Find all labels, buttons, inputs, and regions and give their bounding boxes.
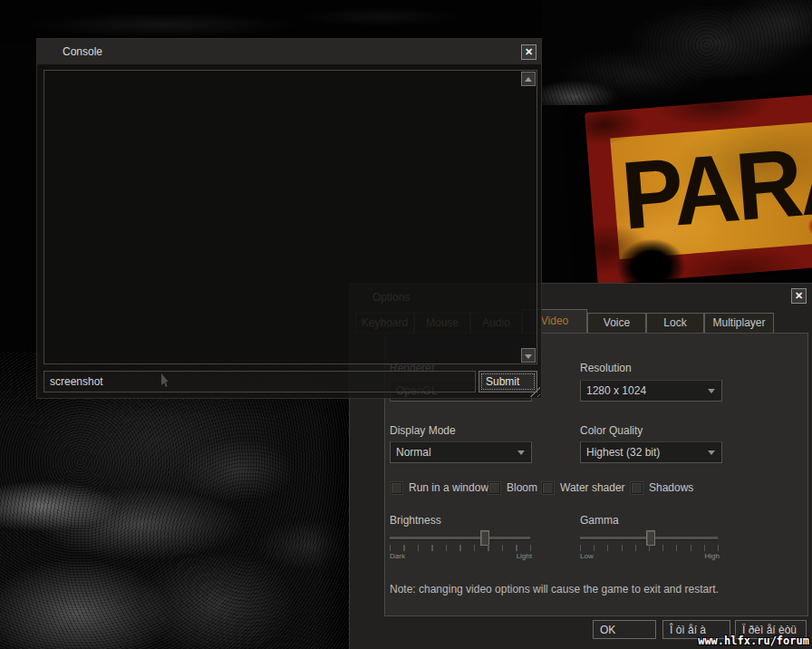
checkbox-box-icon [391,482,402,494]
checkbox-box-icon [488,482,500,494]
checkbox-box-icon [631,482,643,494]
console-output-area[interactable] [44,70,537,364]
resolution-value: 1280 x 1024 [586,384,646,397]
brightness-slider: Dark Light [390,537,530,539]
gamma-max-label: High [705,552,720,560]
paranoia-sign: PARA [585,94,812,285]
checkbox-box-icon [542,482,554,494]
background-texture [0,0,544,42]
video-restart-note: Note: changing video options will cause … [390,583,719,596]
console-command-input[interactable] [44,371,476,392]
display-mode-label: Display Mode [390,424,456,437]
display-mode-value: Normal [396,446,431,459]
brightness-min-label: Dark [390,552,405,560]
game-screen: PARA Options ✕ Keyboard Mouse Audio Vide… [0,0,812,649]
gamma-slider-handle[interactable] [646,530,655,546]
brightness-slider-track[interactable] [390,537,530,539]
console-title: Console [63,45,102,58]
scroll-up-button[interactable] [521,72,536,86]
color-quality-value: Highest (32 bit) [586,446,660,459]
close-icon: ✕ [525,46,533,57]
brightness-label: Brightness [390,514,441,527]
resolution-label: Resolution [580,362,632,374]
ok-button[interactable]: OK [593,620,656,639]
color-quality-dropdown[interactable]: Highest (32 bit) [580,441,722,463]
chevron-down-icon [708,389,715,393]
arrow-up-icon [525,77,532,82]
arrow-down-icon [525,354,532,359]
tab-lock[interactable]: Lock [646,313,704,333]
brightness-max-label: Light [517,552,532,560]
slider-ticks [390,545,532,551]
background-texture [542,0,812,105]
options-close-button[interactable]: ✕ [791,288,807,304]
gamma-min-label: Low [580,552,594,560]
tab-voice[interactable]: Voice [587,313,646,333]
console-close-button[interactable]: ✕ [521,44,536,60]
color-quality-label: Color Quality [580,424,643,437]
console-titlebar[interactable]: Console [37,39,541,64]
brightness-slider-handle[interactable] [480,530,489,546]
site-watermark: www.hlfx.ru/forum [698,634,809,647]
paranoia-sign-text: PARA [617,118,812,257]
red-splat [807,216,812,237]
resolution-dropdown[interactable]: 1280 x 1024 [580,380,722,402]
chevron-down-icon [708,450,715,455]
submit-button[interactable]: Submit [478,371,537,392]
tab-multiplayer[interactable]: Multiplayer [704,313,774,333]
chevron-down-icon [517,450,525,455]
slider-ticks [580,545,720,551]
gamma-slider-track[interactable] [580,537,718,539]
display-mode-dropdown[interactable]: Normal [390,441,532,463]
paranoia-sign-face: PARA [610,121,812,259]
scroll-down-button[interactable] [521,348,536,363]
close-icon: ✕ [795,290,803,301]
console-window: Console ✕ Submit [36,38,542,399]
gamma-slider: Low High [580,537,718,539]
gamma-label: Gamma [580,514,619,527]
